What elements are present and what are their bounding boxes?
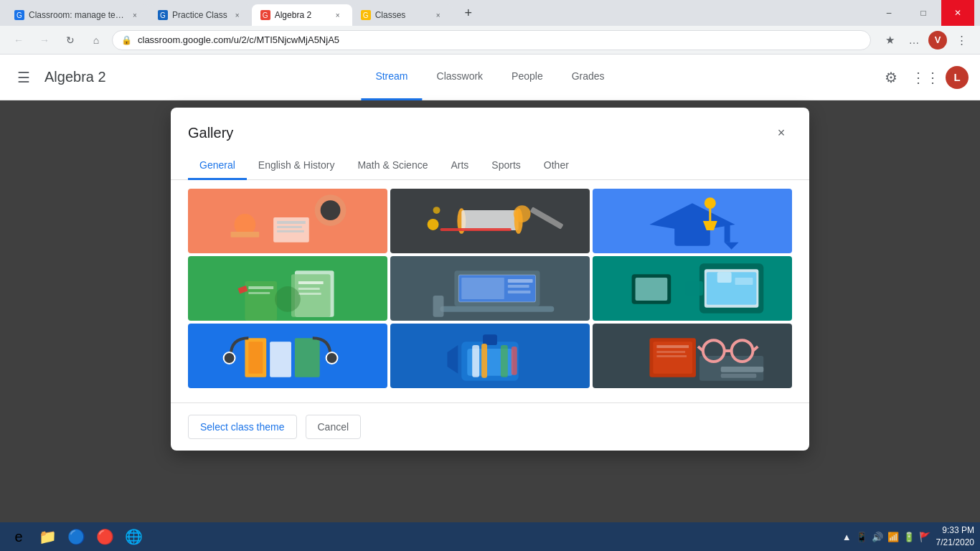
taskbar-app-chrome2[interactable]: 🔴 bbox=[92, 524, 118, 550]
gallery-cell-7[interactable] bbox=[188, 324, 387, 388]
taskbar-flag-icon[interactable]: 🚩 bbox=[919, 532, 930, 542]
maximize-button[interactable]: □ bbox=[907, 0, 940, 26]
svg-rect-61 bbox=[501, 345, 508, 377]
taskbar-app-chrome[interactable]: 🔵 bbox=[63, 524, 89, 550]
new-tab-button[interactable]: + bbox=[458, 3, 479, 23]
taskbar-app-folder[interactable]: 📁 bbox=[34, 524, 60, 550]
gallery-cell-6[interactable] bbox=[593, 256, 792, 321]
nav-item-classwork[interactable]: Classwork bbox=[423, 55, 498, 100]
close-button[interactable]: ✕ bbox=[941, 0, 974, 26]
taskbar-app-ie[interactable]: e bbox=[6, 524, 32, 550]
refresh-button[interactable]: ↻ bbox=[60, 30, 80, 50]
tab-close-button[interactable]: × bbox=[332, 9, 344, 21]
forward-button[interactable]: → bbox=[34, 30, 55, 50]
cancel-button[interactable]: Cancel bbox=[306, 415, 362, 439]
svg-rect-75 bbox=[721, 374, 757, 378]
svg-rect-59 bbox=[472, 345, 479, 377]
browser-tab-tab4[interactable]: G Classes × bbox=[352, 4, 453, 26]
browser-tab-tab1[interactable]: G Classroom: manage teaching an… × bbox=[6, 4, 149, 26]
svg-rect-27 bbox=[298, 293, 321, 295]
gallery-tab-arts[interactable]: Arts bbox=[439, 152, 480, 180]
header-right: ⚙ ⋮⋮ L bbox=[877, 63, 969, 92]
extensions-button[interactable]: … bbox=[904, 30, 924, 50]
svg-rect-13 bbox=[530, 207, 564, 230]
hamburger-menu-button[interactable]: ☰ bbox=[11, 63, 36, 92]
svg-rect-65 bbox=[656, 345, 689, 348]
taskbar-network-icon[interactable]: 📶 bbox=[887, 532, 899, 542]
svg-rect-66 bbox=[656, 351, 685, 353]
browser-tab-tab3[interactable]: G Algebra 2 × bbox=[252, 4, 352, 26]
browser-tab-tab2[interactable]: G Practice Class × bbox=[149, 4, 252, 26]
nav-item-people[interactable]: People bbox=[497, 55, 557, 100]
svg-rect-17 bbox=[725, 225, 730, 242]
tab-favicon: G bbox=[14, 10, 24, 20]
taskbar-time-display: 9:33 PM bbox=[936, 524, 974, 537]
gallery-tab-general[interactable]: General bbox=[188, 152, 247, 180]
menu-button[interactable]: ⋮ bbox=[951, 30, 971, 50]
svg-rect-74 bbox=[721, 367, 764, 372]
gallery-cell-8[interactable] bbox=[390, 324, 590, 388]
nav-right-controls: ★ … V ⋮ bbox=[880, 30, 971, 50]
browser-tabs: G Classroom: manage teaching an… × G Pra… bbox=[6, 0, 453, 26]
svg-rect-7 bbox=[231, 232, 260, 237]
taskbar-arrow-icon[interactable]: ▲ bbox=[842, 532, 852, 542]
home-button[interactable]: ⌂ bbox=[86, 30, 106, 50]
header-profile-button[interactable]: L bbox=[946, 66, 969, 89]
tab-close-button[interactable]: × bbox=[433, 9, 444, 21]
tab-label: Classroom: manage teaching an… bbox=[29, 10, 125, 20]
svg-rect-9 bbox=[461, 210, 518, 230]
back-button[interactable]: ← bbox=[9, 30, 29, 50]
address-bar[interactable]: 🔒 classroom.google.com/u/2/c/MTI5NjcwMjA… bbox=[112, 30, 871, 50]
svg-rect-36 bbox=[461, 278, 504, 299]
settings-button[interactable]: ⚙ bbox=[877, 63, 905, 92]
svg-rect-62 bbox=[512, 347, 517, 375]
svg-rect-60 bbox=[481, 344, 487, 378]
svg-point-12 bbox=[514, 205, 531, 222]
taskbar-right: ▲ 📱 🔊 📶 🔋 🚩 9:33 PM 7/21/2020 bbox=[842, 524, 974, 549]
select-theme-button[interactable]: Select class theme bbox=[188, 415, 297, 439]
header-nav: StreamClassworkPeopleGrades bbox=[361, 55, 618, 100]
gallery-cell-4[interactable] bbox=[188, 256, 387, 321]
svg-rect-4 bbox=[277, 226, 302, 228]
tab-close-button[interactable]: × bbox=[129, 9, 141, 21]
gallery-close-button[interactable]: × bbox=[771, 122, 792, 143]
svg-rect-57 bbox=[483, 334, 497, 345]
svg-rect-38 bbox=[508, 285, 529, 288]
minimize-button[interactable]: – bbox=[872, 0, 905, 26]
gallery-tab-math-science[interactable]: Math & Science bbox=[346, 152, 439, 180]
gallery-tab-english-history[interactable]: English & History bbox=[247, 152, 347, 180]
gallery-tab-sports[interactable]: Sports bbox=[480, 152, 532, 180]
tab-close-button[interactable]: × bbox=[232, 9, 243, 21]
bookmark-star-button[interactable]: ★ bbox=[880, 30, 900, 50]
taskbar-device-icon[interactable]: 📱 bbox=[856, 532, 867, 542]
gallery-cell-5[interactable] bbox=[390, 256, 590, 321]
apps-button[interactable]: ⋮⋮ bbox=[911, 63, 940, 92]
browser-profile-button[interactable]: V bbox=[928, 31, 947, 50]
nav-item-grades[interactable]: Grades bbox=[557, 55, 619, 100]
taskbar-volume-icon[interactable]: 🔊 bbox=[872, 532, 883, 542]
svg-point-54 bbox=[224, 352, 235, 364]
address-text: classroom.google.com/u/2/c/MTI5NjcwMjA5N… bbox=[138, 34, 862, 45]
taskbar-date-display: 7/21/2020 bbox=[936, 537, 974, 549]
svg-rect-37 bbox=[508, 279, 533, 283]
nav-item-stream[interactable]: Stream bbox=[361, 55, 422, 100]
tab-label: Algebra 2 bbox=[275, 10, 328, 20]
tab-favicon: G bbox=[260, 10, 270, 20]
svg-point-1 bbox=[321, 200, 341, 220]
taskbar-clock: 9:33 PM 7/21/2020 bbox=[936, 524, 974, 549]
gallery-cell-2[interactable] bbox=[390, 189, 590, 253]
window-controls: – □ ✕ bbox=[872, 0, 974, 26]
tab-label: Practice Class bbox=[172, 10, 227, 20]
tab-label: Classes bbox=[375, 10, 428, 20]
taskbar-battery-icon[interactable]: 🔋 bbox=[903, 532, 915, 542]
gallery-cell-1[interactable] bbox=[188, 189, 387, 253]
svg-rect-30 bbox=[248, 292, 270, 294]
svg-rect-41 bbox=[433, 296, 444, 317]
taskbar-app-other[interactable]: 🌐 bbox=[121, 524, 146, 550]
gallery-cell-3[interactable] bbox=[593, 189, 792, 253]
gallery-grid bbox=[171, 180, 809, 397]
svg-rect-67 bbox=[656, 355, 687, 357]
gallery-tab-other[interactable]: Other bbox=[532, 152, 580, 180]
app-title: Algebra 2 bbox=[44, 69, 106, 85]
gallery-cell-9[interactable] bbox=[593, 324, 792, 388]
